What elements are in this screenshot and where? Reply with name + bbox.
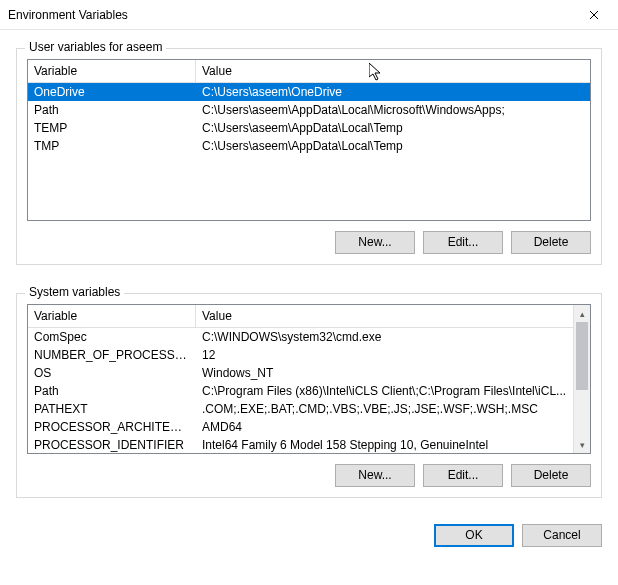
cell-value: Windows_NT	[196, 365, 573, 381]
cell-variable: PROCESSOR_IDENTIFIER	[28, 437, 196, 453]
cell-variable: NUMBER_OF_PROCESSORS	[28, 347, 196, 363]
user-delete-button[interactable]: Delete	[511, 231, 591, 254]
cell-value: C:\Program Files (x86)\Intel\iCLS Client…	[196, 383, 573, 399]
cell-variable: TMP	[28, 138, 196, 154]
list-header: Variable Value	[28, 305, 590, 328]
system-group-legend: System variables	[25, 285, 124, 299]
cell-value: C:\Users\aseem\AppData\Local\Microsoft\W…	[196, 102, 590, 118]
cancel-button[interactable]: Cancel	[522, 524, 602, 547]
cell-variable: OneDrive	[28, 84, 196, 100]
cell-variable: TEMP	[28, 120, 196, 136]
table-row[interactable]: OneDriveC:\Users\aseem\OneDrive	[28, 83, 590, 101]
vertical-scrollbar[interactable]: ▴ ▾	[573, 305, 590, 453]
close-button[interactable]	[572, 1, 616, 29]
cell-value: C:\Users\aseem\AppData\Local\Temp	[196, 120, 590, 136]
cell-variable: Path	[28, 102, 196, 118]
system-edit-button[interactable]: Edit...	[423, 464, 503, 487]
cell-value: C:\Users\aseem\OneDrive	[196, 84, 590, 100]
table-row[interactable]: OSWindows_NT	[28, 364, 573, 382]
table-row[interactable]: TEMPC:\Users\aseem\AppData\Local\Temp	[28, 119, 590, 137]
scroll-down-icon[interactable]: ▾	[574, 436, 590, 453]
table-row[interactable]: PROCESSOR_IDENTIFIERIntel64 Family 6 Mod…	[28, 436, 573, 453]
list-rows: OneDriveC:\Users\aseem\OneDrivePathC:\Us…	[28, 83, 590, 220]
table-row[interactable]: PATHEXT.COM;.EXE;.BAT;.CMD;.VBS;.VBE;.JS…	[28, 400, 573, 418]
cell-value: 12	[196, 347, 573, 363]
table-row[interactable]: PathC:\Program Files (x86)\Intel\iCLS Cl…	[28, 382, 573, 400]
cell-variable: ComSpec	[28, 329, 196, 345]
user-button-row: New... Edit... Delete	[27, 231, 591, 254]
cell-value: C:\WINDOWS\system32\cmd.exe	[196, 329, 573, 345]
table-row[interactable]: ComSpecC:\WINDOWS\system32\cmd.exe	[28, 328, 573, 346]
dialog-content: User variables for aseem Variable Value …	[0, 30, 618, 520]
cell-value: Intel64 Family 6 Model 158 Stepping 10, …	[196, 437, 573, 453]
list-rows: ComSpecC:\WINDOWS\system32\cmd.exeNUMBER…	[28, 328, 590, 453]
system-button-row: New... Edit... Delete	[27, 464, 591, 487]
scroll-track[interactable]	[574, 322, 590, 436]
dialog-footer: OK Cancel	[0, 524, 618, 547]
cell-variable: PROCESSOR_ARCHITECTURE	[28, 419, 196, 435]
col-header-variable[interactable]: Variable	[28, 60, 196, 82]
cell-variable: OS	[28, 365, 196, 381]
cell-value: C:\Users\aseem\AppData\Local\Temp	[196, 138, 590, 154]
scroll-up-icon[interactable]: ▴	[574, 305, 590, 322]
table-row[interactable]: NUMBER_OF_PROCESSORS12	[28, 346, 573, 364]
system-variables-group: System variables Variable Value ComSpecC…	[16, 293, 602, 498]
table-row[interactable]: PROCESSOR_ARCHITECTUREAMD64	[28, 418, 573, 436]
cell-value: AMD64	[196, 419, 573, 435]
cell-value: .COM;.EXE;.BAT;.CMD;.VBS;.VBE;.JS;.JSE;.…	[196, 401, 573, 417]
table-row[interactable]: TMPC:\Users\aseem\AppData\Local\Temp	[28, 137, 590, 155]
close-icon	[589, 10, 599, 20]
list-header: Variable Value	[28, 60, 590, 83]
scroll-thumb[interactable]	[576, 322, 588, 390]
cell-variable: Path	[28, 383, 196, 399]
user-group-legend: User variables for aseem	[25, 40, 166, 54]
col-header-value[interactable]: Value	[196, 60, 590, 82]
cell-variable: PATHEXT	[28, 401, 196, 417]
system-variables-list[interactable]: Variable Value ComSpecC:\WINDOWS\system3…	[27, 304, 591, 454]
table-row[interactable]: PathC:\Users\aseem\AppData\Local\Microso…	[28, 101, 590, 119]
col-header-value[interactable]: Value	[196, 305, 573, 327]
user-variables-group: User variables for aseem Variable Value …	[16, 48, 602, 265]
titlebar: Environment Variables	[0, 0, 618, 30]
ok-button[interactable]: OK	[434, 524, 514, 547]
col-header-variable[interactable]: Variable	[28, 305, 196, 327]
system-delete-button[interactable]: Delete	[511, 464, 591, 487]
user-new-button[interactable]: New...	[335, 231, 415, 254]
window-title: Environment Variables	[8, 8, 128, 22]
system-new-button[interactable]: New...	[335, 464, 415, 487]
user-variables-list[interactable]: Variable Value OneDriveC:\Users\aseem\On…	[27, 59, 591, 221]
user-edit-button[interactable]: Edit...	[423, 231, 503, 254]
